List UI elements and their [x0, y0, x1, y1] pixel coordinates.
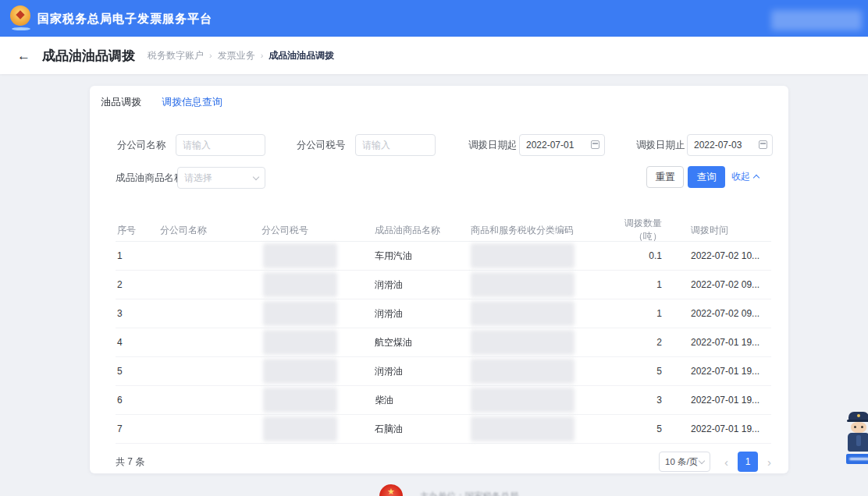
breadcrumb-separator-icon: ›: [261, 51, 264, 60]
redacted-tax-number: [263, 301, 337, 326]
cell-no: 2: [116, 279, 157, 290]
cell-branch: [157, 423, 260, 434]
table-row[interactable]: 3 润滑油 1 2022-07-02 09...: [116, 299, 771, 328]
cell-taxno: [260, 330, 372, 355]
col-header-time: 调拨时间: [663, 224, 771, 237]
cell-branch: [157, 337, 260, 348]
cell-code: [469, 272, 598, 297]
cell-no: 3: [116, 308, 157, 319]
page-size-value: 10 条/页: [665, 456, 698, 468]
redacted-tax-number: [263, 330, 337, 355]
prev-page-button[interactable]: ‹: [724, 456, 728, 468]
table-body: 1 车用汽油 0.1 2022-07-02 10... 2 润滑油 1 2022…: [116, 242, 771, 444]
cell-time: 2022-07-01 19...: [663, 395, 771, 406]
cell-no: 1: [116, 250, 157, 261]
redacted-classification-code: [471, 330, 575, 355]
col-header-code: 商品和服务税收分类编码: [469, 224, 598, 237]
tab-oil-allocation[interactable]: 油品调拨: [101, 95, 141, 109]
breadcrumb-item[interactable]: 税务数字账户: [148, 49, 204, 62]
cell-code: [469, 330, 598, 355]
page-footer: 主办单位：国家税务总局: [379, 484, 519, 496]
table-row[interactable]: 2 润滑油 1 2022-07-02 09...: [116, 271, 771, 299]
col-header-no: 序号: [116, 224, 157, 237]
next-page-button[interactable]: ›: [767, 456, 771, 468]
cell-product: 石脑油: [372, 423, 469, 436]
branch-tax-input[interactable]: [355, 134, 436, 156]
table-row[interactable]: 6 柴油 3 2022-07-01 19...: [116, 386, 771, 415]
app-title: 国家税务总局电子发票服务平台: [37, 12, 212, 27]
total-count: 共 7 条: [116, 455, 144, 469]
calendar-icon[interactable]: [591, 140, 599, 149]
tab-allocation-query[interactable]: 调拨信息查询: [162, 95, 222, 109]
calendar-icon[interactable]: [759, 140, 767, 149]
cell-qty: 5: [598, 366, 663, 377]
assistant-mascot[interactable]: [846, 412, 868, 471]
cell-branch: [157, 279, 260, 290]
page-size-select[interactable]: 10 条/页: [659, 452, 710, 472]
col-header-product: 成品油商品名称: [372, 224, 469, 237]
cell-taxno: [260, 388, 372, 413]
app-header: 国家税务总局电子发票服务平台: [0, 0, 868, 37]
search-button[interactable]: 查询: [688, 166, 725, 188]
cell-code: [469, 359, 598, 384]
table-row[interactable]: 1 车用汽油 0.1 2022-07-02 10...: [116, 242, 771, 271]
cell-taxno: [260, 416, 372, 441]
cell-taxno: [260, 272, 372, 297]
cell-code: [469, 243, 598, 268]
cell-no: 5: [116, 366, 157, 377]
mascot-uniform-icon: [848, 433, 868, 452]
cell-product: 润滑油: [372, 365, 469, 378]
table-row[interactable]: 5 润滑油 5 2022-07-01 19...: [116, 357, 771, 386]
chevron-down-icon: [253, 173, 259, 179]
cell-product: 润滑油: [372, 307, 469, 321]
pagination: 10 条/页 ‹ 1 ›: [659, 452, 771, 472]
cell-qty: 2: [598, 337, 663, 348]
cell-product: 柴油: [372, 394, 469, 407]
cell-time: 2022-07-01 19...: [663, 366, 771, 377]
collapse-label: 收起: [731, 170, 750, 183]
cell-qty: 0.1: [598, 250, 663, 261]
page-1-button[interactable]: 1: [738, 452, 758, 472]
col-header-qty: 调拨数量（吨）: [598, 217, 663, 243]
cell-qty: 1: [598, 308, 663, 319]
cell-product: 航空煤油: [372, 336, 469, 349]
cell-no: 6: [116, 395, 157, 406]
product-select[interactable]: 请选择: [177, 167, 265, 189]
page-title: 成品油油品调拨: [42, 47, 135, 65]
redacted-classification-code: [471, 416, 575, 441]
cell-time: 2022-07-02 09...: [663, 279, 771, 290]
cell-time: 2022-07-01 19...: [663, 337, 771, 348]
reset-button[interactable]: 重置: [646, 166, 684, 188]
mascot-ribbon: [846, 454, 868, 464]
breadcrumb-separator-icon: ›: [209, 51, 212, 60]
mascot-face-icon: [851, 422, 866, 433]
cell-branch: [157, 366, 260, 377]
date-from-field: [519, 134, 605, 156]
cell-branch: [157, 395, 260, 406]
cell-time: 2022-07-02 09...: [663, 308, 771, 319]
query-card: 油品调拨 调拨信息查询 分公司名称 分公司税号 调拨日期起 调拨日期止 成品油商…: [90, 86, 788, 473]
col-header-taxno: 分公司税号: [260, 224, 372, 237]
cell-product: 车用汽油: [372, 250, 469, 263]
chevron-up-icon: [753, 175, 760, 181]
redacted-classification-code: [471, 388, 575, 413]
date-to-field: [687, 134, 773, 156]
redacted-tax-number: [263, 388, 337, 413]
chevron-down-icon: [699, 457, 705, 463]
branch-name-input[interactable]: [176, 134, 265, 156]
col-header-branch: 分公司名称: [157, 224, 260, 237]
table-row[interactable]: 7 石脑油 5 2022-07-01 19...: [116, 415, 771, 444]
breadcrumb-item[interactable]: 发票业务: [218, 49, 255, 62]
cell-taxno: [260, 301, 372, 326]
cell-taxno: [260, 243, 372, 268]
cell-qty: 1: [598, 279, 663, 290]
cell-qty: 3: [598, 395, 663, 406]
table-row[interactable]: 4 航空煤油 2 2022-07-01 19...: [116, 328, 771, 357]
back-arrow-icon[interactable]: ←: [17, 49, 30, 62]
collapse-toggle[interactable]: 收起: [731, 170, 759, 183]
cell-qty: 5: [598, 423, 663, 434]
cell-no: 4: [116, 337, 157, 348]
redacted-tax-number: [263, 272, 337, 297]
user-info-redacted[interactable]: [771, 10, 862, 30]
allocation-table: 序号 分公司名称 分公司税号 成品油商品名称 商品和服务税收分类编码 调拨数量（…: [116, 217, 771, 444]
